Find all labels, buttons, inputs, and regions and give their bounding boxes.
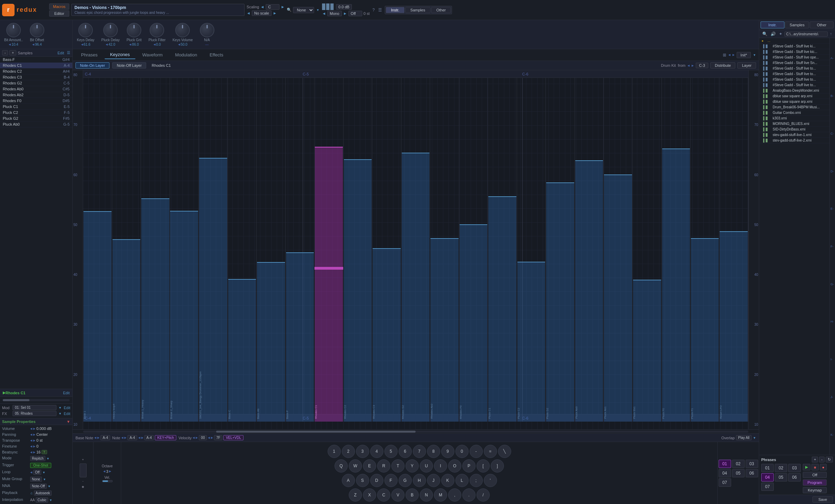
- beatsync-t-btn[interactable]: T: [42, 450, 47, 454]
- pluck-filter-knob-control[interactable]: [150, 23, 164, 37]
- key-h[interactable]: H: [413, 474, 426, 487]
- beatsync-left[interactable]: ◀: [30, 451, 32, 454]
- note-value1[interactable]: A-4: [127, 435, 137, 440]
- key-a[interactable]: A: [342, 474, 355, 487]
- key-comma[interactable]: ,: [448, 488, 461, 502]
- sample-item-rhodes-ab2[interactable]: Rhodes Ab2 D-5: [0, 92, 72, 98]
- file-item-3[interactable]: ▐ ▊ #Steve Gadd - Stuff live ope...: [759, 55, 829, 60]
- key-0[interactable]: 0: [455, 445, 469, 458]
- playback-value[interactable]: Autoseek: [34, 490, 52, 496]
- scale-value[interactable]: No scale: [252, 10, 272, 16]
- scaling-right-arrow[interactable]: ▶: [281, 5, 285, 9]
- pluck-grit-arrow[interactable]: ◀: [129, 43, 131, 46]
- key-n[interactable]: N: [420, 488, 433, 502]
- sample-item-rhodes-c1[interactable]: Rhodes C1 A-4: [0, 63, 72, 69]
- channel-col-5[interactable]: Bass-C: [228, 78, 257, 422]
- search-select[interactable]: None: [293, 7, 314, 13]
- sample-props-close[interactable]: ▼: [66, 420, 70, 424]
- phrase-btn-05[interactable]: 05: [732, 469, 745, 477]
- mode-dropdown-arrow[interactable]: ▼: [46, 457, 50, 460]
- plus-button[interactable]: +: [9, 50, 16, 55]
- key-y[interactable]: Y: [406, 459, 419, 472]
- file-item-sid[interactable]: ▐ ▊ SID-DirtyDnBass.xrni: [759, 127, 829, 132]
- key-2[interactable]: 2: [342, 445, 355, 458]
- file-item-stev1[interactable]: ▐ ▊ stev-gadd-stuff-live-1.xrni: [759, 132, 829, 138]
- trigger-badge[interactable]: One-Shot: [30, 463, 51, 468]
- bit-amount-left[interactable]: ◀: [9, 43, 11, 46]
- tab-modulation[interactable]: Modulation: [170, 51, 203, 59]
- sample-item-rhodes-ab0[interactable]: Rhodes Ab0 C#5: [0, 86, 72, 92]
- channel-col-1[interactable]: Heavy loop4: [112, 78, 141, 422]
- key-rbracket[interactable]: ]: [491, 459, 504, 472]
- phrase-play-btn[interactable]: ▶: [803, 464, 810, 470]
- vel-vdl-badge[interactable]: VEL+VDL: [223, 435, 243, 440]
- key-g[interactable]: G: [399, 474, 412, 487]
- preset-left[interactable]: ◀: [728, 53, 730, 56]
- list-icon[interactable]: ☰: [377, 7, 383, 13]
- loop-value[interactable]: Off: [33, 470, 41, 475]
- key-b[interactable]: B: [406, 488, 419, 502]
- key-s[interactable]: S: [356, 474, 369, 487]
- file-item-5[interactable]: ▐ ▊ #Steve Gadd - Stuff live to...: [759, 66, 829, 71]
- tab-keyzones[interactable]: Keyzones: [105, 51, 135, 59]
- key-5[interactable]: 5: [384, 445, 398, 458]
- channel-col-19[interactable]: Pluck Eb1: [633, 78, 662, 422]
- pluck-delay-arrow[interactable]: ◀: [106, 43, 108, 46]
- file-item-drum[interactable]: ▐ ▊ Drum_Break06-94BPM Musi...: [759, 105, 829, 110]
- phrase-btn-03[interactable]: 03: [746, 460, 758, 468]
- right-tab-instr[interactable]: Instr.: [761, 21, 784, 28]
- loop-dropdown-arrow[interactable]: ▼: [42, 471, 45, 474]
- note-value2[interactable]: A-4: [144, 435, 154, 440]
- key-pitch-badge[interactable]: KEY+Pitch: [155, 435, 176, 440]
- scale-right-arrow[interactable]: ▶: [273, 11, 277, 15]
- right-tab-other[interactable]: Other: [810, 21, 834, 28]
- velocity-right2[interactable]: ▶: [211, 436, 213, 439]
- nna-dropdown-arrow[interactable]: ▼: [48, 485, 51, 488]
- octave-left[interactable]: ◀: [103, 470, 105, 473]
- from-value[interactable]: C-3: [696, 63, 708, 68]
- channel-col-17[interactable]: Pluck Ab0: [575, 78, 604, 422]
- channel-col-16[interactable]: Pluck G2: [546, 78, 575, 422]
- phrase-off-btn[interactable]: Off: [803, 472, 827, 478]
- channel-col-7[interactable]: Bass-F: [286, 78, 315, 422]
- channel-col-14[interactable]: Pluck C1: [488, 78, 517, 422]
- channel-col-20[interactable]: Pluck F0: [662, 78, 691, 422]
- note-left2[interactable]: ◀: [138, 436, 140, 439]
- keys-volume-arrow[interactable]: ◀: [178, 43, 180, 46]
- phrase-num-02[interactable]: 02: [775, 464, 787, 472]
- phrase-num-07[interactable]: 07: [761, 483, 774, 491]
- file-item-dblue2[interactable]: ▐ ▊ dblue saw square arp.xrni: [759, 99, 829, 105]
- key-3[interactable]: 3: [356, 445, 369, 458]
- file-item-k303[interactable]: ▐ ▊ k303.xrni: [759, 116, 829, 121]
- file-item-6[interactable]: ▐ ▊ #Steve Gadd - Stuff live to...: [759, 71, 829, 77]
- editor-button[interactable]: Editor: [49, 10, 69, 17]
- file-item-guitar[interactable]: ▐ ▊ Guitar Combo.xrni: [759, 110, 829, 116]
- preset-name[interactable]: Init*: [737, 52, 751, 58]
- mod-dropdown[interactable]: ▼: [59, 406, 62, 410]
- note-left[interactable]: ◀: [121, 436, 123, 439]
- help-button[interactable]: ?: [372, 7, 375, 13]
- sample-item-pluck-ab0[interactable]: Pluck Ab0 G-5: [0, 122, 72, 127]
- key-backslash[interactable]: ╲: [498, 445, 511, 458]
- base-note-left[interactable]: ◀: [94, 436, 96, 439]
- file-item-4[interactable]: ▐ ▊ #Steve Gadd - Stuff live Sn...: [759, 60, 829, 66]
- file-item-7[interactable]: ▐ ▊ #Steve Gadd - Stuff live to...: [759, 77, 829, 82]
- sample-item-rhodes-f0[interactable]: Rhodes F0 D#5: [0, 98, 72, 104]
- key-o[interactable]: O: [448, 459, 461, 472]
- channel-col-9[interactable]: Rhodes C2: [344, 78, 373, 422]
- phrase-num-03[interactable]: 03: [788, 464, 801, 472]
- key-r[interactable]: R: [377, 459, 390, 472]
- key-f[interactable]: F: [384, 474, 398, 487]
- channel-col-6[interactable]: Bass-Ab: [257, 78, 286, 422]
- from-left[interactable]: ◀: [687, 64, 690, 67]
- macros-button[interactable]: Macros: [49, 3, 69, 10]
- sample-item-pluck-c2[interactable]: Pluck C2 F-5: [0, 110, 72, 116]
- phrase-keymap-btn[interactable]: Keymap: [803, 487, 827, 493]
- nna-value[interactable]: Note-Off: [30, 484, 47, 489]
- right-tab-samples[interactable]: Samples: [785, 21, 809, 28]
- phrase-btn-04[interactable]: 04: [719, 469, 731, 477]
- save-button[interactable]: Save: [812, 496, 833, 503]
- mono-left-arrow[interactable]: ◀: [322, 12, 326, 15]
- tab-phrases[interactable]: Phrases: [75, 51, 103, 59]
- key-period[interactable]: .: [462, 488, 476, 502]
